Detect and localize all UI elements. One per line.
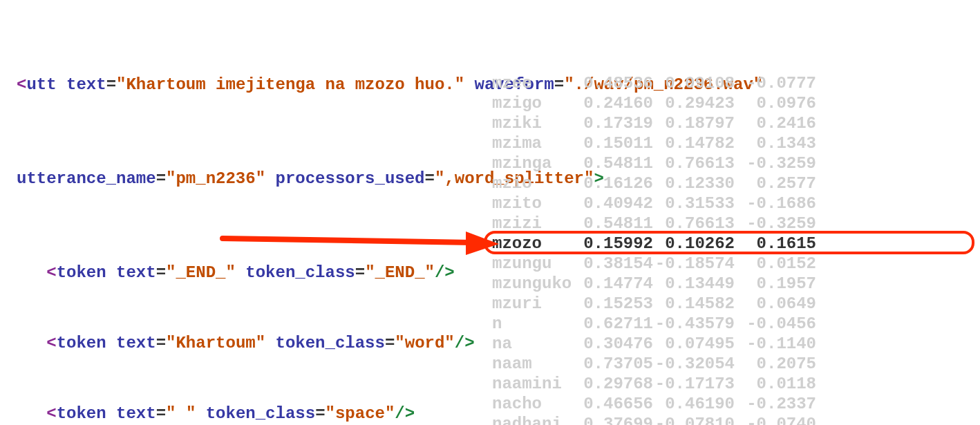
embedding-value: -0.17173 [653,374,735,394]
embedding-value: 0.16126 [572,173,653,193]
embedding-value: 0.14582 [653,294,735,314]
embedding-word: naamini [492,374,572,394]
embedding-value: 0.40942 [572,193,653,214]
embedding-word: mzuri [492,294,572,314]
embedding-value: 0.15011 [572,133,653,153]
embedding-value: 0.29768 [572,374,653,394]
embedding-value: 0.37699 [572,414,653,425]
embedding-value: -0.1140 [735,334,816,354]
embedding-value: -0.2337 [735,394,816,414]
svg-marker-1 [466,232,499,255]
embedding-value: -0.0740 [735,414,816,425]
embedding-value: 0.0976 [735,93,816,113]
embedding-value: 0.12330 [653,173,735,193]
utt-name-value: pm_n2236 [176,169,255,188]
embedding-word: mzima [492,133,572,153]
embedding-value: 0.62711 [572,314,653,334]
embedding-word: mzio [492,173,572,193]
embedding-value: 0.09108 [653,73,735,93]
embedding-value: -0.32054 [653,354,735,374]
embedding-value: 0.24160 [572,93,653,113]
arrow-right-icon [223,223,499,255]
embedding-word: n [492,314,572,334]
embedding-word: mzito [492,193,572,214]
embedding-row: mzito0.409420.31533-0.1686 [492,193,816,214]
highlight-box-mzozo [484,231,974,254]
embedding-row: mzigo0.241600.294230.0976 [492,93,816,113]
embedding-value: 0.2075 [735,354,816,374]
embedding-row: mzinga0.548110.76613-0.3259 [492,153,816,173]
embedding-value: 0.18797 [653,113,735,133]
embedding-word: mzungu [492,254,572,274]
embedding-value: 0.46656 [572,394,653,414]
embedding-row: n0.62711-0.43579-0.0456 [492,314,816,334]
embedding-value: -0.18574 [653,254,735,274]
embedding-value: 0.0152 [735,254,816,274]
embedding-value: -0.3259 [735,153,816,173]
embedding-value: 0.48536 [572,73,653,93]
embedding-value: 0.2416 [735,113,816,133]
embedding-value: 0.2577 [735,173,816,193]
embedding-value: -0.1686 [735,193,816,214]
embedding-row: mzee0.485360.09108-0.0777 [492,73,816,93]
embedding-value: 0.15253 [572,294,653,314]
embedding-value: 0.38154 [572,254,653,274]
embedding-value: 0.76613 [653,153,735,173]
embedding-value: 0.29423 [653,93,735,113]
embedding-value: 0.0649 [735,294,816,314]
embedding-value: 0.17319 [572,113,653,133]
embedding-row: na0.304760.07495-0.1140 [492,334,816,354]
embedding-value: 0.14774 [572,274,653,294]
embedding-row: mziki0.173190.187970.2416 [492,113,816,133]
embedding-row: nadhani0.37699-0.07810-0.0740 [492,414,816,425]
embedding-value: 0.07495 [653,334,735,354]
svg-line-0 [223,238,473,243]
embedding-value: 0.1957 [735,274,816,294]
embedding-row: mzima0.150110.147820.1343 [492,133,816,153]
figure-container: <utt text="Khartoum imejitenga na mzozo … [0,0,980,425]
embedding-row: nacho0.466560.46190-0.2337 [492,394,816,414]
embedding-value: 0.30476 [572,334,653,354]
embedding-value: -0.0456 [735,314,816,334]
embedding-value: 0.46190 [653,394,735,414]
utt-text-value: Khartoum imejitenga na mzozo huo. [126,75,454,94]
embedding-value: 0.54811 [572,153,653,173]
embedding-row: mzunguko0.147740.134490.1957 [492,274,816,294]
embedding-value: -0.43579 [653,314,735,334]
embedding-word: mzigo [492,93,572,113]
embedding-word: mzee [492,73,572,93]
embedding-row: naam0.73705-0.320540.2075 [492,354,816,374]
embedding-value: -0.07810 [653,414,735,425]
embedding-value: 0.13449 [653,274,735,294]
embedding-value: 0.0118 [735,374,816,394]
embedding-word: mzunguko [492,274,572,294]
embedding-word: na [492,334,572,354]
embedding-value: 0.1343 [735,133,816,153]
embedding-row: mzuri0.152530.145820.0649 [492,294,816,314]
embedding-row: naamini0.29768-0.171730.0118 [492,374,816,394]
embedding-value: 0.31533 [653,193,735,214]
embedding-word: mzinga [492,153,572,173]
embedding-value: -0.0777 [735,73,816,93]
embedding-value: 0.73705 [572,354,653,374]
embedding-value: 0.14782 [653,133,735,153]
embedding-row: mzio0.161260.123300.2577 [492,173,816,193]
embedding-word: nacho [492,394,572,414]
embedding-word: naam [492,354,572,374]
embedding-row: mzungu0.38154-0.185740.0152 [492,254,816,274]
embedding-word: nadhani [492,414,572,425]
embedding-word: mziki [492,113,572,133]
